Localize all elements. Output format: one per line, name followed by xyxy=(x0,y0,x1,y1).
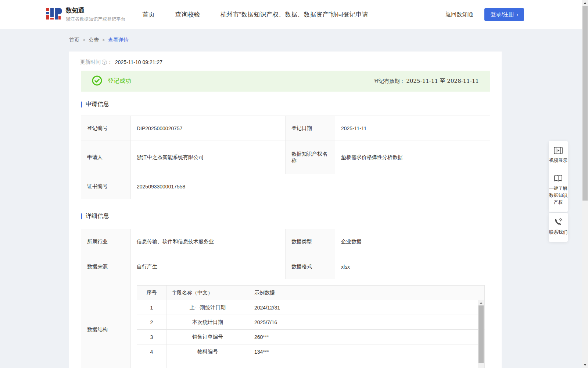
col-header-index: 序号 xyxy=(137,286,166,300)
logo-icon xyxy=(45,5,62,24)
header-right: 返回数知通 登录/注册 › xyxy=(445,8,524,21)
video-demo-label: 视频展示 xyxy=(549,157,568,164)
ip-name-label: 数据知识产权名称 xyxy=(286,141,335,174)
structure-row: 4 物料编号 134*** xyxy=(137,344,485,359)
floating-panel-contact[interactable]: 联系我们 xyxy=(549,213,568,242)
nav-item-home[interactable]: 首页 xyxy=(143,10,155,19)
cell-field: 物料编号 xyxy=(166,344,249,359)
logo[interactable]: 数知通 浙江省数据知识产权登记平台 xyxy=(45,5,126,24)
detail-card: 更新时间 ? ： 2025-11-10 09:21:27 登记成功 登记有效期：… xyxy=(69,52,502,368)
ip-name-value: 垫板需求价格弹性分析数据 xyxy=(335,141,490,174)
data-source-label: 数据来源 xyxy=(81,254,131,279)
table-row: 数据来源 自行产生 数据格式 xlsx xyxy=(81,254,490,279)
data-type-label: 数据类型 xyxy=(286,229,335,254)
validity-label: 登记有效期： xyxy=(374,78,405,85)
scrollbar-up-arrow-icon[interactable] xyxy=(584,2,587,4)
application-info-table: 登记编号 DIP2025000020757 登记日期 2025-11-11 申请… xyxy=(81,116,490,199)
section-bar xyxy=(81,213,82,219)
col-header-sample: 示例数据 xyxy=(249,286,485,300)
data-format-value: xlsx xyxy=(335,254,490,279)
banner-status: 登记成功 xyxy=(92,75,131,87)
breadcrumb-separator: > xyxy=(102,38,105,43)
section-bar xyxy=(81,102,82,107)
cell-index: 2 xyxy=(137,315,166,330)
detail-info-table: 所属行业 信息传输、软件和信息技术服务业 数据类型 企业数据 数据来源 自行产生… xyxy=(81,229,490,368)
table-row: 申请人 浙江中之杰智能系统有限公司 数据知识产权名称 垫板需求价格弹性分析数据 xyxy=(81,141,490,174)
applicant-label: 申请人 xyxy=(81,141,131,174)
application-section-title-text: 申请信息 xyxy=(86,100,109,108)
table-row: 证书编号 20250933000017558 xyxy=(81,174,490,199)
validity-period: 登记有效期： 2025-11-11 至 2028-11-11 xyxy=(374,78,479,85)
login-register-button[interactable]: 登录/注册 › xyxy=(484,8,524,21)
applicant-value: 浙江中之杰智能系统有限公司 xyxy=(131,141,286,174)
cell-field: 本次统计日期 xyxy=(166,315,249,330)
structure-table-scrollbar[interactable] xyxy=(478,300,484,368)
industry-label: 所属行业 xyxy=(81,229,131,254)
cell-field: 销售订单编号 xyxy=(166,330,249,344)
data-source-value: 自行产生 xyxy=(131,254,286,279)
page-scrollbar-thumb[interactable] xyxy=(582,6,588,201)
breadcrumb-current: 查看详情 xyxy=(108,37,129,43)
guide-item[interactable]: 一键了解数据知识产权 xyxy=(549,174,568,206)
data-format-label: 数据格式 xyxy=(286,254,335,279)
check-circle-icon xyxy=(92,75,102,87)
video-icon xyxy=(553,146,563,155)
structure-row: 3 销售订单编号 260*** xyxy=(137,330,485,344)
cell-field: 上一期统计日期 xyxy=(166,300,249,315)
col-header-field: 字段名称（中文） xyxy=(166,286,249,300)
breadcrumb-announcement[interactable]: 公告 xyxy=(89,37,99,43)
divider xyxy=(552,169,564,169)
top-header: 数知通 浙江省数据知识产权登记平台 首页 查询校验 杭州市“数据知识产权、数据、… xyxy=(0,0,588,29)
validity-value: 2025-11-11 至 2028-11-11 xyxy=(406,78,479,85)
help-icon[interactable]: ? xyxy=(102,60,107,65)
update-time-row: 更新时间 ? ： 2025-11-10 09:21:27 xyxy=(69,52,502,66)
reg-no-value: DIP2025000020757 xyxy=(131,116,286,141)
cell-index xyxy=(137,359,166,368)
cert-no-label: 证书编号 xyxy=(81,174,131,199)
back-to-shuzhitong-link[interactable]: 返回数知通 xyxy=(445,11,473,18)
breadcrumb-home[interactable]: 首页 xyxy=(69,37,79,43)
structure-row: 2 本次统计日期 2025/7/16 xyxy=(137,315,485,330)
logo-text: 数知通 浙江省数据知识产权登记平台 xyxy=(66,6,126,22)
cell-index: 3 xyxy=(137,330,166,344)
structure-row: 1 上一期统计日期 2024/12/31 xyxy=(137,300,485,315)
cell-sample: 260*** xyxy=(249,330,485,344)
cell-sample: 2025/7/16 xyxy=(249,315,485,330)
table-row: 所属行业 信息传输、软件和信息技术服务业 数据类型 企业数据 xyxy=(81,229,490,254)
table-row: 数据结构 序号 字段名称（中文） 示例数据 1 上一期统计日期 2024/12/… xyxy=(81,279,490,368)
cell-sample: 134*** xyxy=(249,344,485,359)
logo-subtitle: 浙江省数据知识产权登记平台 xyxy=(66,16,126,22)
main-nav: 首页 查询校验 杭州市“数据知识产权、数据、数据资产”协同登记申请 xyxy=(143,10,368,19)
reg-date-value: 2025-11-11 xyxy=(335,116,490,141)
structure-row xyxy=(137,359,485,368)
cell-index: 4 xyxy=(137,344,166,359)
detail-section-title: 详细信息 xyxy=(81,212,502,220)
login-register-label: 登录/注册 xyxy=(490,11,514,18)
page-scrollbar[interactable] xyxy=(582,0,588,368)
update-time-value: 2025-11-10 09:21:27 xyxy=(115,59,162,65)
registration-success-banner: 登记成功 登记有效期： 2025-11-11 至 2028-11-11 xyxy=(81,71,490,92)
video-demo-item[interactable]: 视频展示 xyxy=(549,146,568,164)
book-icon xyxy=(553,174,563,183)
nav-item-query-check[interactable]: 查询校验 xyxy=(175,10,200,19)
breadcrumb-separator: > xyxy=(83,38,85,43)
cell-index: 1 xyxy=(137,300,166,315)
cert-no-value: 20250933000017558 xyxy=(131,174,490,199)
phone-icon xyxy=(553,218,563,227)
reg-date-label: 登记日期 xyxy=(286,116,335,141)
update-time-label: 更新时间 xyxy=(80,59,101,66)
scrollbar-thumb[interactable] xyxy=(478,305,484,363)
contact-label: 联系我们 xyxy=(549,229,568,236)
structure-table-wrap: 序号 字段名称（中文） 示例数据 1 上一期统计日期 2024/12/31 2 … xyxy=(137,285,484,368)
cell-sample: 2024/12/31 xyxy=(249,300,485,315)
data-structure-label: 数据结构 xyxy=(81,279,131,368)
scrollbar-up-arrow-icon[interactable] xyxy=(480,302,483,304)
logo-title: 数知通 xyxy=(66,6,126,15)
structure-table: 序号 字段名称（中文） 示例数据 1 上一期统计日期 2024/12/31 2 … xyxy=(137,285,485,368)
nav-item-hangzhou-registration[interactable]: 杭州市“数据知识产权、数据、数据资产”协同登记申请 xyxy=(220,10,368,19)
update-time-colon: ： xyxy=(107,59,112,66)
detail-section-title-text: 详细信息 xyxy=(86,212,109,220)
scrollbar-down-arrow-icon[interactable] xyxy=(584,364,587,366)
reg-no-label: 登记编号 xyxy=(81,116,131,141)
data-type-value: 企业数据 xyxy=(335,229,490,254)
